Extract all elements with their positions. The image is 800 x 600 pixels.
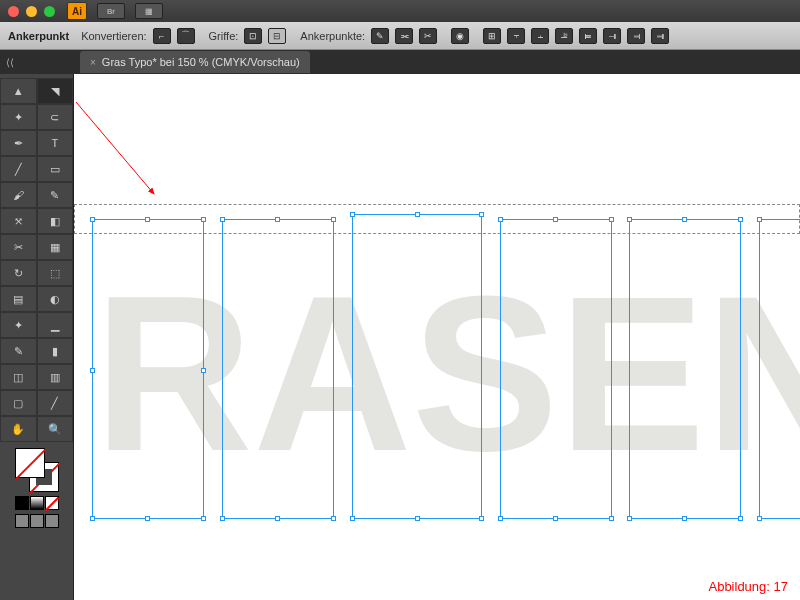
draw-inside-icon[interactable] [45, 514, 59, 528]
pencil-tool[interactable]: ✎ [37, 182, 74, 208]
workspace: ▲ ◥ ✦ ⊂ ✒ T ╱ ▭ 🖌 ✎ ⤧ ◧ ✂ ▦ ↻ ⬚ ▤ ◐ ✦ ▁ … [0, 74, 800, 600]
isolate-icon[interactable]: ◉ [451, 28, 469, 44]
symbol-sprayer-tool[interactable]: ◫ [0, 364, 37, 390]
color-mode-row [15, 496, 59, 510]
anchor-point-label: Ankerpunkt [8, 30, 69, 42]
direct-selection-tool[interactable]: ◥ [37, 78, 74, 104]
type-tool[interactable]: T [37, 130, 74, 156]
artboard-tool[interactable]: ▢ [0, 390, 37, 416]
titlebar: Ai Br ▦ [0, 0, 800, 22]
rotate-tool[interactable]: ✂ [0, 234, 37, 260]
anchors-label: Ankerpunkte: [300, 30, 365, 42]
perspective-tool[interactable]: ◐ [37, 286, 74, 312]
scale-tool[interactable]: ▦ [37, 234, 74, 260]
app-icon: Ai [67, 2, 87, 20]
align-left-icon[interactable]: ⫟ [507, 28, 525, 44]
column-graph-tool[interactable]: ▥ [37, 364, 74, 390]
remove-anchor-icon[interactable]: ✎ [371, 28, 389, 44]
gradient-tool[interactable]: ▁ [37, 312, 74, 338]
rectangle-tool[interactable]: ▭ [37, 156, 74, 182]
align-bottom-icon[interactable]: ⫤ [627, 28, 645, 44]
hand-tool[interactable]: ✋ [0, 416, 37, 442]
control-bar: Ankerpunkt Konvertieren: ⌐ ⌒ Griffe: ⊡ ⊟… [0, 22, 800, 50]
align-right-icon[interactable]: ⫡ [555, 28, 573, 44]
close-window-icon[interactable] [8, 6, 19, 17]
bridge-button[interactable]: Br [97, 3, 125, 19]
handles-group: Griffe: ⊡ ⊟ [209, 28, 287, 44]
blob-brush-tool[interactable]: ⤧ [0, 208, 37, 234]
none-mode-icon[interactable] [45, 496, 59, 510]
fill-stroke-swatch[interactable] [15, 448, 59, 492]
shape-builder-tool[interactable]: ▤ [0, 286, 37, 312]
lasso-tool[interactable]: ⊂ [37, 104, 74, 130]
draw-behind-icon[interactable] [30, 514, 44, 528]
selection-box [759, 219, 800, 519]
zoom-tool[interactable]: 🔍 [37, 416, 74, 442]
convert-smooth-icon[interactable]: ⌒ [177, 28, 195, 44]
figure-caption: Abbildung: 17 [708, 579, 788, 594]
convert-corner-icon[interactable]: ⌐ [153, 28, 171, 44]
align-top-icon[interactable]: ⫢ [579, 28, 597, 44]
swatch-area [0, 442, 73, 534]
pen-tool[interactable]: ✒ [0, 130, 37, 156]
document-tab[interactable]: × Gras Typo* bei 150 % (CMYK/Vorschau) [80, 51, 310, 73]
handles-label: Griffe: [209, 30, 239, 42]
anchors-group: Ankerpunkte: ✎ ⫘ ✂ [300, 28, 437, 44]
tools-panel: ▲ ◥ ✦ ⊂ ✒ T ╱ ▭ 🖌 ✎ ⤧ ◧ ✂ ▦ ↻ ⬚ ▤ ◐ ✦ ▁ … [0, 74, 74, 600]
svg-line-0 [76, 102, 154, 194]
paintbrush-tool[interactable]: 🖌 [0, 182, 37, 208]
distribute-icon[interactable]: ⫥ [651, 28, 669, 44]
tools-grid: ▲ ◥ ✦ ⊂ ✒ T ╱ ▭ 🖌 ✎ ⤧ ◧ ✂ ▦ ↻ ⬚ ▤ ◐ ✦ ▁ … [0, 78, 73, 442]
handles-hide-icon[interactable]: ⊟ [268, 28, 286, 44]
handles-show-icon[interactable]: ⊡ [244, 28, 262, 44]
panel-collapse-icon[interactable]: ⟨⟨ [0, 50, 20, 74]
align-hcenter-icon[interactable]: ⫠ [531, 28, 549, 44]
convert-group: Konvertieren: ⌐ ⌒ [81, 28, 194, 44]
width-tool[interactable]: ↻ [0, 260, 37, 286]
connect-anchor-icon[interactable]: ⫘ [395, 28, 413, 44]
align-vcenter-icon[interactable]: ⫣ [603, 28, 621, 44]
zoom-window-icon[interactable] [44, 6, 55, 17]
canvas[interactable]: RASEN Abbildung: 17 [74, 74, 800, 600]
slice-tool[interactable]: ╱ [37, 390, 74, 416]
convert-label: Konvertieren: [81, 30, 146, 42]
selection-box [222, 219, 334, 519]
eraser-tool[interactable]: ◧ [37, 208, 74, 234]
line-tool[interactable]: ╱ [0, 156, 37, 182]
screen-mode-row [15, 514, 59, 528]
arrange-button[interactable]: ▦ [135, 3, 163, 19]
minimize-window-icon[interactable] [26, 6, 37, 17]
gradient-mode-icon[interactable] [30, 496, 44, 510]
blend-tool[interactable]: ▮ [37, 338, 74, 364]
free-transform-tool[interactable]: ⬚ [37, 260, 74, 286]
eyedropper-tool[interactable]: ✎ [0, 338, 37, 364]
draw-normal-icon[interactable] [15, 514, 29, 528]
fill-swatch[interactable] [15, 448, 45, 478]
document-tab-title: Gras Typo* bei 150 % (CMYK/Vorschau) [102, 56, 300, 68]
selection-box [629, 219, 741, 519]
mesh-tool[interactable]: ✦ [0, 312, 37, 338]
window-controls [8, 6, 55, 17]
selection-box [352, 214, 482, 519]
magic-wand-tool[interactable]: ✦ [0, 104, 37, 130]
selection-box [92, 219, 204, 519]
color-mode-icon[interactable] [15, 496, 29, 510]
cut-anchor-icon[interactable]: ✂ [419, 28, 437, 44]
tab-strip: ⟨⟨ × Gras Typo* bei 150 % (CMYK/Vorschau… [0, 50, 800, 74]
align-bounds-icon[interactable]: ⊞ [483, 28, 501, 44]
selection-box [500, 219, 612, 519]
close-tab-icon[interactable]: × [90, 57, 96, 68]
align-group: ⊞ ⫟ ⫠ ⫡ ⫢ ⫣ ⫤ ⫥ [483, 28, 669, 44]
selection-tool[interactable]: ▲ [0, 78, 37, 104]
